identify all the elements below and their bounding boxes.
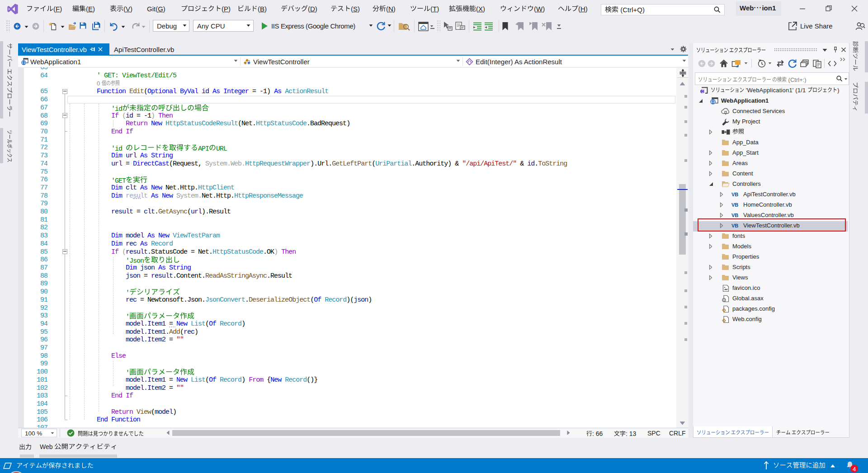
svg-text:VB: VB <box>731 192 738 197</box>
svg-text:VB: VB <box>731 213 738 218</box>
svg-text:VB: VB <box>731 202 738 208</box>
svg-text:VB: VB <box>731 223 738 228</box>
